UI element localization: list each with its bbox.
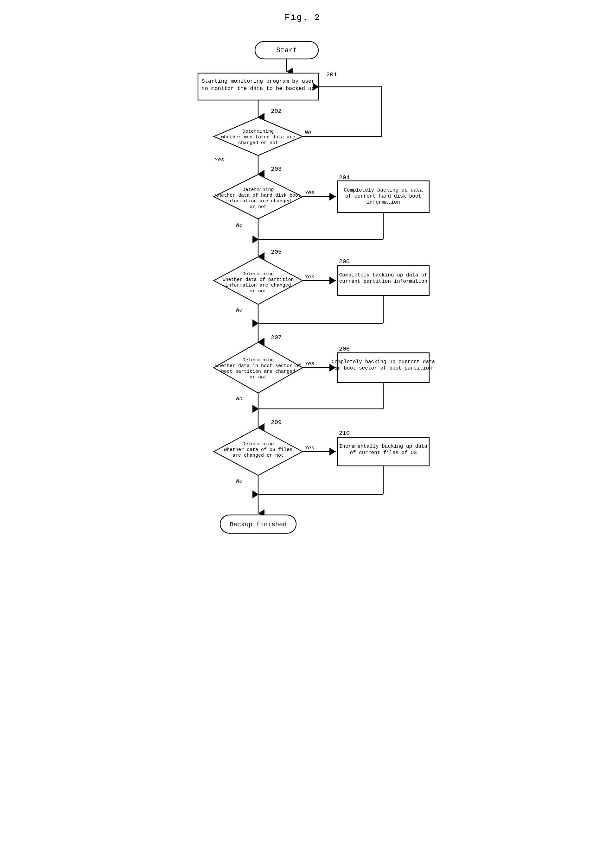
n202-text-1: Determining: [242, 129, 274, 134]
n202-no-label: No: [305, 130, 311, 136]
n203-text-4: or not: [250, 204, 267, 210]
n205-text-2: whether data of partition: [222, 277, 294, 282]
n201-text-1: Starting monitoring program by user: [202, 78, 315, 84]
n209-label: 209: [271, 419, 282, 426]
n207-label: 207: [271, 334, 282, 341]
n208-label: 208: [339, 346, 350, 352]
flowchart-svg: Start 201 Starting monitoring program by…: [166, 35, 439, 852]
diagram-container: Fig. 2 Start 201 Starting monitoring pro…: [160, 13, 445, 852]
n206-text-2: current partition information: [339, 279, 427, 284]
n205-label: 205: [271, 249, 282, 256]
n205-text-3: information are changed: [225, 283, 291, 288]
n202-text-2: whether monitored data are: [221, 135, 295, 140]
n203-text-2: whether data of hard disk boot: [216, 193, 301, 198]
n205-no-label: No: [236, 307, 242, 313]
n208-text-1: Completely backing up current data: [332, 359, 435, 365]
n207-no-label: No: [236, 396, 242, 402]
n207-text-1: Determining: [242, 358, 274, 363]
fig-title: Fig. 2: [285, 13, 321, 22]
n205-yes-label: Yes: [305, 274, 315, 280]
n203-yes-label: Yes: [305, 190, 315, 196]
n203-no-label: No: [236, 222, 242, 228]
n207-yes-label: Yes: [305, 361, 315, 367]
n202-text-3: changed or not: [238, 140, 278, 146]
n209-text-3: are changed or not: [233, 453, 284, 458]
n209-text-2: whether data of OS files: [224, 447, 292, 453]
n202-yes-label: Yes: [214, 157, 224, 163]
n209-yes-label: Yes: [305, 445, 315, 451]
n209-text-1: Determining: [242, 442, 274, 447]
n202-label: 202: [271, 108, 282, 115]
n203-text-1: Determining: [242, 187, 274, 192]
n207-text-3: boot partition are changed: [221, 369, 295, 374]
n206-text-1: Completely backing up data of: [339, 272, 427, 278]
n210-text-2: of current files of OS: [350, 450, 417, 456]
n207-text-2: whether data in boot sector of: [216, 363, 301, 369]
n203-label: 203: [271, 166, 282, 173]
n208-text-2: in boot sector of boot partition: [335, 366, 432, 371]
n210-text-1: Incrementally backing up data: [339, 444, 428, 450]
n203-text-3: information are changed: [225, 198, 291, 204]
n204-text-1: Completely backing up data: [344, 188, 423, 193]
n209-no-label: No: [236, 478, 242, 484]
n205-text-1: Determining: [242, 271, 274, 277]
n206-label: 206: [339, 258, 350, 265]
start-label: Start: [276, 46, 297, 54]
n204-text-3: information: [366, 200, 400, 205]
n205-text-4: or not: [250, 288, 267, 294]
n201-label: 201: [326, 71, 337, 78]
n204-label: 204: [339, 174, 350, 181]
finish-label: Backup finished: [230, 521, 287, 528]
n204-text-2: of current hard disk boot: [345, 194, 421, 199]
n201-text-2: to monitor the data to be backed up: [202, 85, 315, 91]
n210-label: 210: [339, 430, 350, 437]
n207-text-4: or not: [250, 375, 267, 380]
